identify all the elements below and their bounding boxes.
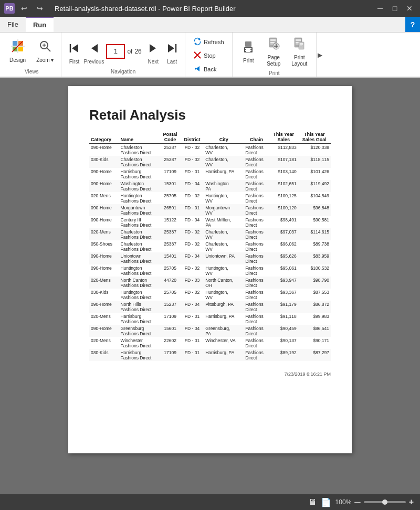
table-cell: $107,181 bbox=[269, 156, 298, 168]
table-cell: 25705 bbox=[160, 264, 181, 277]
table-cell: FD - 02 bbox=[181, 144, 204, 156]
table-cell: 020-Mens bbox=[89, 337, 119, 349]
back-button[interactable]: Back bbox=[190, 63, 227, 76]
table-cell: FD - 01 bbox=[181, 204, 204, 216]
ribbon: Design Zoom ▾ Views bbox=[0, 33, 420, 78]
undo-button[interactable]: ↩ bbox=[18, 3, 30, 14]
table-cell: HuntingtonFashions Direct bbox=[119, 264, 160, 277]
table-row: 090-HomeMorgantownFashions Direct26501FD… bbox=[89, 204, 331, 216]
table-cell: FD - 04 bbox=[181, 180, 204, 192]
table-cell: $91,118 bbox=[269, 313, 298, 325]
svg-rect-26 bbox=[245, 41, 251, 47]
table-cell: 090-Home bbox=[89, 144, 119, 156]
stop-button[interactable]: Stop bbox=[190, 49, 227, 62]
zoom-in-button[interactable]: + bbox=[409, 497, 414, 507]
table-row: 020-MensHarrisburgFashions Direct17109FD… bbox=[89, 313, 331, 325]
table-cell: $87,553 bbox=[298, 289, 331, 301]
table-cell: Harrisburg, PA bbox=[204, 349, 244, 361]
table-cell: WashingtonFashions Direct bbox=[119, 180, 160, 192]
first-button[interactable] bbox=[65, 38, 83, 59]
previous-button[interactable] bbox=[85, 38, 103, 59]
table-cell: WashingtonPA bbox=[204, 180, 244, 192]
redo-button[interactable]: ↪ bbox=[34, 3, 46, 14]
design-button[interactable]: Design bbox=[5, 37, 30, 66]
maximize-button[interactable]: □ bbox=[388, 3, 401, 14]
zoom-button[interactable]: Zoom ▾ bbox=[32, 37, 58, 66]
stop-label: Stop bbox=[204, 52, 216, 59]
table-cell: $86,872 bbox=[298, 301, 331, 313]
refresh-label: Refresh bbox=[204, 39, 224, 45]
table-cell: $114,615 bbox=[298, 228, 331, 240]
table-cell: Uniontown, PA bbox=[204, 252, 244, 264]
table-cell: 25387 bbox=[160, 240, 181, 252]
table-cell: MorgantownFashions Direct bbox=[119, 204, 160, 216]
minimize-button[interactable]: ─ bbox=[374, 3, 386, 14]
page-setup-button[interactable]: PageSetup bbox=[262, 35, 285, 69]
table-cell: FashionsDirect bbox=[244, 252, 269, 264]
table-cell: Charleston,WV bbox=[204, 240, 244, 252]
table-cell: 17109 bbox=[160, 313, 181, 325]
table-cell: $101,426 bbox=[298, 168, 331, 180]
table-cell: West Mifflen,PA bbox=[204, 216, 244, 228]
table-cell: FashionsDirect bbox=[244, 277, 269, 289]
svg-rect-31 bbox=[270, 42, 275, 43]
page-number-input[interactable]: 1 bbox=[106, 44, 125, 59]
table-cell: FD - 01 bbox=[181, 313, 204, 325]
table-cell: FD - 04 bbox=[181, 325, 204, 337]
help-button[interactable]: ? bbox=[405, 17, 420, 32]
table-row: 090-HomeUniontownFashions Direct15401FD … bbox=[89, 252, 331, 264]
table-cell: $95,626 bbox=[269, 252, 298, 264]
table-row: 030-KidsHuntingtonFashions Direct25705FD… bbox=[89, 289, 331, 301]
run-tab[interactable]: Run bbox=[26, 17, 54, 32]
table-cell: 090-Home bbox=[89, 216, 119, 228]
table-cell: FashionsDirect bbox=[244, 204, 269, 216]
first-label: First bbox=[69, 59, 79, 65]
zoom-slider[interactable] bbox=[364, 501, 406, 503]
table-cell: $93,367 bbox=[269, 289, 298, 301]
table-cell: $118,115 bbox=[298, 156, 331, 168]
stop-icon bbox=[193, 51, 202, 60]
print-button[interactable]: Print bbox=[237, 38, 260, 66]
svg-rect-22 bbox=[195, 68, 196, 70]
app-icon: PB bbox=[4, 3, 15, 14]
status-icon-2[interactable]: 📄 bbox=[321, 497, 331, 507]
table-cell: Greensburg,PA bbox=[204, 325, 244, 337]
refresh-button[interactable]: Refresh bbox=[190, 36, 227, 48]
next-button[interactable] bbox=[144, 38, 163, 59]
svg-line-8 bbox=[47, 48, 50, 51]
table-cell: $93,947 bbox=[269, 277, 298, 289]
table-cell: $86,541 bbox=[298, 325, 331, 337]
table-cell: UniontownFashions Direct bbox=[119, 252, 160, 264]
status-icon-1[interactable]: 🖥 bbox=[308, 497, 317, 507]
table-cell: 030-Kids bbox=[89, 349, 119, 361]
table-cell: FD - 02 bbox=[181, 264, 204, 277]
ribbon-overflow[interactable]: ▶ bbox=[317, 33, 324, 78]
main-content: Retail Analysis Category Name PostalCode… bbox=[0, 78, 420, 494]
table-cell: FashionsDirect bbox=[244, 337, 269, 349]
table-cell: FD - 02 bbox=[181, 192, 204, 204]
table-cell: 020-Mens bbox=[89, 313, 119, 325]
col-postal: PostalCode bbox=[160, 131, 181, 144]
print-group-label: Print bbox=[269, 69, 280, 76]
table-cell: FashionsDirect bbox=[244, 289, 269, 301]
file-tab[interactable]: File bbox=[0, 17, 26, 32]
print-layout-button[interactable]: PrintLayout bbox=[287, 35, 311, 69]
close-button[interactable]: ✕ bbox=[403, 3, 416, 14]
table-cell: 020-Mens bbox=[89, 192, 119, 204]
table-row: 020-MensNorth CantonFashions Direct44720… bbox=[89, 277, 331, 289]
table-cell: FashionsDirect bbox=[244, 192, 269, 204]
col-chain: Chain bbox=[244, 131, 269, 144]
table-cell: 25387 bbox=[160, 156, 181, 168]
table-cell: FashionsDirect bbox=[244, 349, 269, 361]
last-button[interactable] bbox=[163, 38, 182, 59]
zoom-out-button[interactable]: ─ bbox=[354, 497, 360, 507]
window-title: Retail-analysis-shared-dataset.rdl - Pow… bbox=[55, 5, 236, 13]
table-cell: 25387 bbox=[160, 228, 181, 240]
table-cell: CharlestonFashions Direct bbox=[119, 156, 160, 168]
refresh-icon bbox=[193, 37, 202, 47]
table-cell: 050-Shoes bbox=[89, 240, 119, 252]
table-cell: 090-Home bbox=[89, 180, 119, 192]
table-cell: 22602 bbox=[160, 337, 181, 349]
table-cell: 15301 bbox=[160, 180, 181, 192]
last-label: Last bbox=[167, 59, 177, 65]
